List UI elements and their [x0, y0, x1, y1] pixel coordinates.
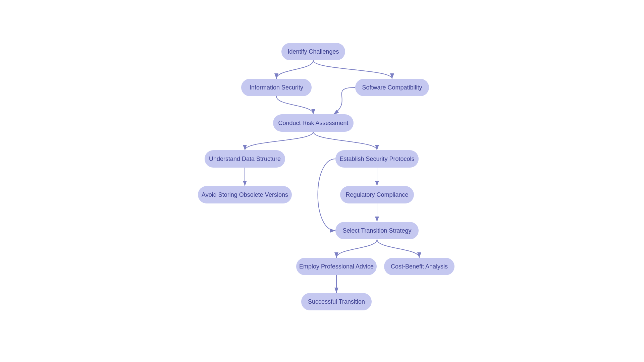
node-transstrat: Select Transition Strategy [335, 222, 419, 239]
node-infosec: Information Security [241, 79, 312, 96]
node-softcompat: Software Compatibility [355, 79, 429, 96]
node-riskassess: Conduct Risk Assessment [273, 114, 354, 132]
node-regcomp: Regulatory Compliance [340, 186, 414, 203]
diagram-canvas: Identify ChallengesInformation SecurityS… [0, 0, 644, 362]
node-professional: Employ Professional Advice [296, 258, 377, 275]
node-success: Successful Transition [301, 293, 372, 310]
node-secproto: Establish Security Protocols [335, 150, 419, 168]
node-costbenefit: Cost-Benefit Analysis [384, 258, 454, 275]
node-obsolete: Avoid Storing Obsolete Versions [198, 186, 292, 203]
node-identify: Identify Challenges [281, 43, 345, 60]
node-datastruct: Understand Data Structure [205, 150, 285, 168]
